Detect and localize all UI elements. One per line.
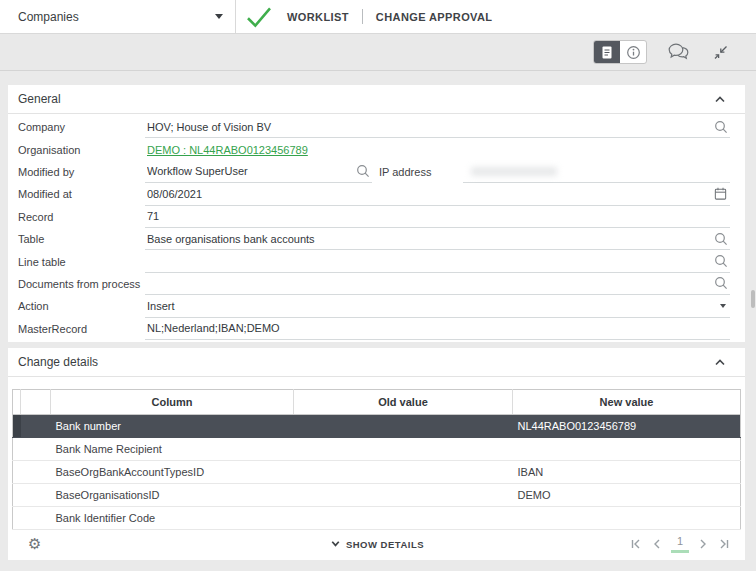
top-bar: Companies WORKLIST CHANGE APPROVAL	[0, 0, 756, 34]
change-details-footer: ⚙ SHOW DETAILS 1	[8, 528, 745, 560]
row-old-value-cell	[294, 438, 513, 461]
info-view-button[interactable]	[620, 41, 646, 63]
record-label: Record	[18, 211, 145, 223]
general-section-header[interactable]: General	[8, 85, 745, 114]
field-row-record: Record 71	[18, 206, 730, 228]
field-row-modified-by: Modified by Workflow SuperUser IP addres…	[18, 161, 730, 183]
record-input[interactable]: 71	[145, 206, 730, 228]
company-label: Company	[18, 121, 145, 133]
row-column-cell: BaseOrganisationsID	[51, 484, 294, 507]
action-value: Insert	[147, 300, 720, 312]
field-row-documents: Documents from process	[18, 273, 730, 295]
chevron-down-icon	[329, 538, 342, 550]
documents-search-button[interactable]	[714, 276, 728, 290]
master-record-input[interactable]: NL;Nederland;IBAN;DEMO	[145, 318, 730, 340]
chevron-up-icon[interactable]	[712, 356, 728, 369]
row-new-value-cell: IBAN	[513, 461, 741, 484]
column-header-new-value[interactable]: New value	[513, 390, 741, 415]
change-details-section: Change details Column Old value New valu…	[8, 348, 745, 560]
line-table-label: Line table	[18, 256, 145, 268]
next-page-icon	[698, 537, 709, 551]
line-table-input[interactable]	[145, 250, 730, 272]
collapse-button[interactable]	[710, 42, 730, 62]
documents-input[interactable]	[145, 273, 730, 295]
row-spacer-cell	[21, 438, 51, 461]
table-row[interactable]: BaseOrgBankAccountTypesID IBAN	[13, 461, 741, 484]
field-row-line-table: Line table	[18, 250, 730, 272]
row-column-cell: BaseOrgBankAccountTypesID	[51, 461, 294, 484]
row-column-cell: Bank Identifier Code	[51, 507, 294, 530]
general-section: General Company HOV; House of Vision BV …	[8, 85, 745, 342]
view-toggle-group	[593, 40, 647, 64]
table-value: Base organisations bank accounts	[147, 233, 714, 245]
previous-page-icon	[651, 537, 662, 551]
row-selection-cell	[13, 507, 21, 530]
calendar-icon	[713, 186, 728, 201]
modified-at-input[interactable]: 08/06/2021	[145, 183, 730, 205]
ip-address-input[interactable]	[463, 161, 730, 183]
show-details-label: SHOW DETAILS	[346, 539, 424, 550]
row-old-value-cell	[294, 415, 513, 438]
table-row[interactable]: Bank number NL44RABO0123456789	[13, 415, 741, 438]
ip-address-label: IP address	[372, 166, 463, 178]
company-search-button[interactable]	[714, 120, 728, 134]
next-page-button[interactable]	[698, 537, 709, 551]
column-header-column[interactable]: Column	[51, 390, 294, 415]
collapse-icon	[710, 42, 730, 62]
current-page-indicator[interactable]: 1	[671, 535, 689, 553]
general-section-title: General	[18, 92, 61, 106]
master-record-value: NL;Nederland;IBAN;DEMO	[147, 322, 730, 334]
general-fields: Company HOV; House of Vision BV Organisa…	[8, 114, 745, 340]
vertical-scrollbar-thumb[interactable]	[751, 290, 755, 308]
first-page-button[interactable]	[629, 537, 642, 551]
comments-button[interactable]	[668, 43, 689, 61]
change-details-title: Change details	[18, 355, 98, 369]
row-old-value-cell	[294, 507, 513, 530]
modified-at-calendar-button[interactable]	[713, 186, 728, 201]
field-row-action: Action Insert	[18, 295, 730, 317]
action-label: Action	[18, 300, 145, 312]
context-selector[interactable]: Companies	[0, 0, 236, 33]
row-new-value-cell	[513, 438, 741, 461]
field-row-modified-at: Modified at 08/06/2021	[18, 183, 730, 205]
row-column-cell: Bank number	[51, 415, 294, 438]
row-column-cell: Bank Name Recipient	[51, 438, 294, 461]
action-dropdown[interactable]: Insert	[145, 295, 730, 317]
modified-by-value: Workflow SuperUser	[147, 165, 356, 177]
table-row[interactable]: BaseOrganisationsID DEMO	[13, 484, 741, 507]
document-icon	[600, 45, 614, 60]
organisation-link[interactable]: DEMO : NL44RABO0123456789	[147, 144, 308, 156]
ip-address-redacted-value	[471, 167, 557, 176]
change-details-table: Column Old value New value Bank number N…	[12, 389, 741, 530]
record-value: 71	[147, 210, 730, 222]
tab-change-approval[interactable]: CHANGE APPROVAL	[376, 11, 493, 23]
row-old-value-cell	[294, 461, 513, 484]
last-page-button[interactable]	[718, 537, 731, 551]
table-input[interactable]: Base organisations bank accounts	[145, 228, 730, 250]
change-details-header[interactable]: Change details	[8, 348, 745, 377]
row-spacer-cell	[21, 461, 51, 484]
table-row[interactable]: Bank Identifier Code	[13, 507, 741, 530]
table-label: Table	[18, 233, 145, 245]
modified-by-search-button[interactable]	[356, 164, 370, 178]
row-selection-cell	[13, 415, 21, 438]
table-row[interactable]: Bank Name Recipient	[13, 438, 741, 461]
column-header-old-value[interactable]: Old value	[294, 390, 513, 415]
master-record-label: MasterRecord	[18, 323, 145, 335]
tab-separator	[362, 9, 363, 24]
modified-at-label: Modified at	[18, 188, 145, 200]
field-row-master-record: MasterRecord NL;Nederland;IBAN;DEMO	[18, 318, 730, 340]
tab-worklist[interactable]: WORKLIST	[287, 11, 349, 23]
dropdown-caret-icon	[720, 304, 726, 308]
table-search-button[interactable]	[714, 232, 728, 246]
search-icon	[356, 164, 370, 178]
chevron-up-icon[interactable]	[712, 93, 728, 106]
previous-page-button[interactable]	[651, 537, 662, 551]
modified-by-input[interactable]: Workflow SuperUser	[145, 161, 372, 183]
spacer-column-header	[21, 390, 51, 415]
document-view-button[interactable]	[594, 41, 620, 63]
line-table-search-button[interactable]	[714, 254, 728, 268]
row-new-value-cell: DEMO	[513, 484, 741, 507]
row-selection-cell	[13, 461, 21, 484]
company-input[interactable]: HOV; House of Vision BV	[145, 116, 730, 138]
